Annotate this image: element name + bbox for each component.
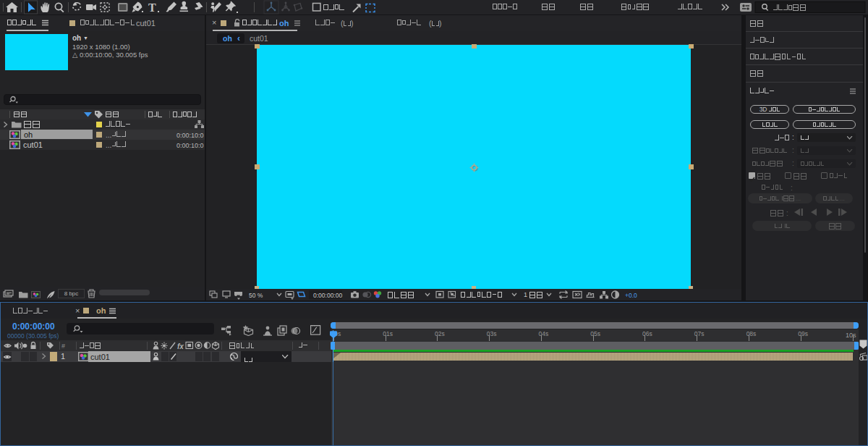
svg-text:#: # bbox=[61, 342, 65, 350]
svg-text:T: T bbox=[148, 1, 156, 14]
svg-text:fx: fx bbox=[177, 342, 184, 350]
